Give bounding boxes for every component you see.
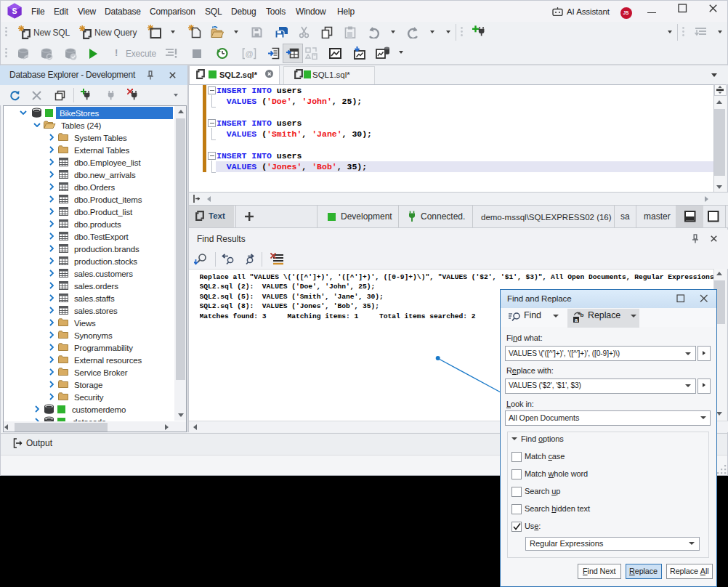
svg-text:@: @: [245, 49, 253, 58]
svg-text:b: b: [581, 312, 584, 318]
svg-text:S: S: [12, 7, 17, 15]
